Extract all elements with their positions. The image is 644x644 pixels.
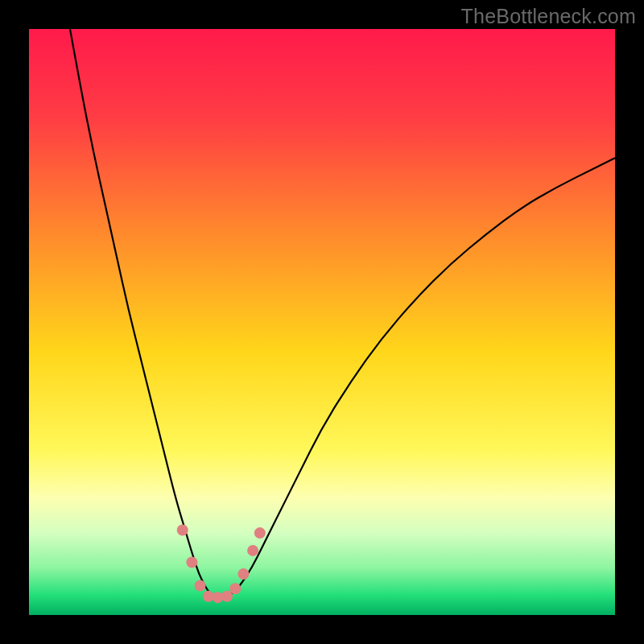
marker-dot	[229, 583, 241, 594]
outer-frame: TheBottleneck.com	[0, 0, 644, 644]
marker-dot	[177, 524, 188, 535]
watermark-text: TheBottleneck.com	[461, 5, 636, 28]
marker-dot	[237, 568, 249, 580]
marker-dot	[195, 580, 206, 592]
plot-area	[29, 29, 615, 615]
chart-svg	[29, 29, 615, 615]
chart-background	[29, 29, 615, 615]
marker-dot	[247, 545, 258, 556]
marker-dot	[254, 527, 266, 539]
marker-dot	[186, 556, 197, 568]
